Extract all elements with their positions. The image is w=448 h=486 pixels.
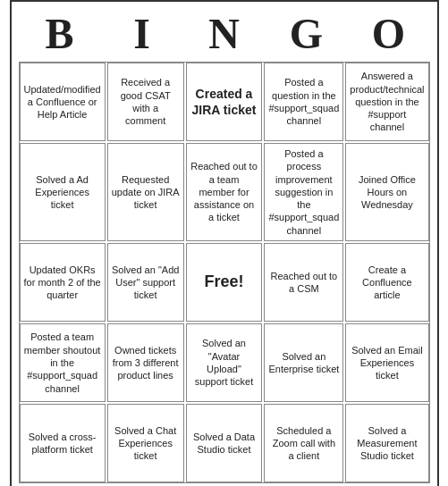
bingo-cell-12: Free!	[186, 243, 263, 322]
bingo-cell-3: Posted a question in the #support_squad …	[264, 63, 343, 141]
bingo-cell-17: Solved an "Avatar Upload" support ticket	[186, 323, 263, 402]
bingo-cell-10: Updated OKRs for month 2 of the quarter	[20, 243, 106, 322]
bingo-letter-g: G	[268, 9, 345, 58]
bingo-cell-4: Answered a product/technical question in…	[345, 63, 428, 141]
bingo-cell-2: Created a JIRA ticket	[186, 63, 263, 141]
bingo-cell-8: Posted a process improvement suggestion …	[264, 143, 343, 241]
bingo-cell-24: Solved a Measurement Studio ticket	[345, 404, 428, 482]
bingo-cell-23: Scheduled a Zoom call with a client	[264, 404, 343, 482]
bingo-letter-b: B	[21, 9, 98, 58]
bingo-letter-o: O	[351, 9, 427, 58]
bingo-cell-16: Owned tickets from 3 different product l…	[107, 323, 184, 402]
bingo-cell-21: Solved a Chat Experiences ticket	[107, 404, 184, 482]
bingo-cell-1: Received a good CSAT with a comment	[107, 63, 184, 141]
bingo-cell-0: Updated/modified a Confluence or Help Ar…	[20, 63, 106, 141]
bingo-letter-i: I	[104, 9, 181, 58]
bingo-cell-14: Create a Confluence article	[345, 243, 428, 322]
bingo-cell-15: Posted a team member shoutout in the #su…	[20, 323, 106, 402]
bingo-letter-n: N	[186, 9, 263, 58]
bingo-cell-5: Solved a Ad Experiences ticket	[20, 143, 106, 241]
bingo-cell-19: Solved an Email Experiences ticket	[345, 323, 428, 402]
bingo-cell-22: Solved a Data Studio ticket	[186, 404, 263, 482]
bingo-header: BINGO	[19, 9, 430, 58]
bingo-cell-9: Joined Office Hours on Wednesday	[345, 143, 428, 241]
bingo-cell-6: Requested update on JIRA ticket	[107, 143, 184, 241]
bingo-cell-20: Solved a cross-platform ticket	[20, 404, 106, 482]
bingo-grid: Updated/modified a Confluence or Help Ar…	[19, 62, 430, 483]
bingo-cell-11: Solved an "Add User" support ticket	[107, 243, 184, 322]
bingo-cell-7: Reached out to a team member for assista…	[186, 143, 263, 241]
bingo-card: BINGO Updated/modified a Confluence or H…	[10, 0, 439, 486]
bingo-cell-13: Reached out to a CSM	[264, 243, 343, 322]
bingo-cell-18: Solved an Enterprise ticket	[264, 323, 343, 402]
